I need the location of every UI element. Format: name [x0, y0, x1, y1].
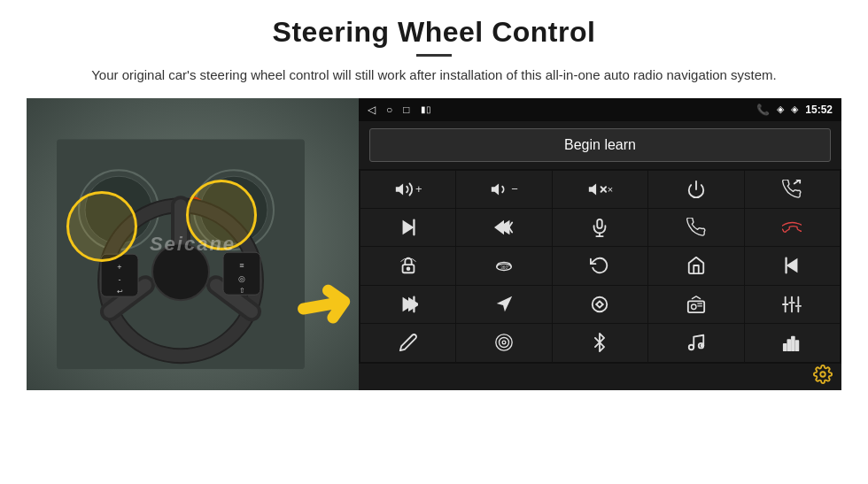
360-view-button[interactable]: 360° [456, 247, 551, 284]
spectrum-icon [782, 333, 802, 352]
svg-point-64 [500, 338, 509, 348]
vol-up-button[interactable]: + [360, 171, 455, 208]
settings-button[interactable] [813, 365, 833, 388]
target-icon [494, 333, 514, 352]
prev-track-button[interactable] [745, 247, 840, 284]
vol-down-icon [490, 180, 509, 199]
wifi-status-icon: ◈ [791, 104, 798, 115]
equalizer-icon [782, 295, 802, 314]
back-nav-icon[interactable]: ◁ [368, 104, 376, 116]
car-lock-button[interactable] [360, 247, 455, 284]
home-button[interactable] [648, 247, 743, 284]
navigate-icon [494, 295, 514, 314]
mic-button[interactable] [553, 209, 647, 246]
svg-text:-: - [118, 275, 120, 284]
begin-learn-row: Begin learn [359, 121, 841, 169]
svg-point-73 [820, 372, 825, 377]
android-ui: ◁ ○ □ ▮▯ 📞 ◈ ◈ 15:52 Begin learn [359, 98, 841, 390]
phone-status-icon: 📞 [756, 104, 770, 116]
music-icon [686, 333, 706, 352]
svg-marker-25 [589, 183, 596, 195]
swap-icon [590, 295, 609, 314]
svg-marker-24 [492, 183, 499, 195]
target-button[interactable] [456, 324, 551, 361]
svg-marker-33 [494, 220, 504, 235]
phone-call-icon [686, 218, 706, 237]
phone-answer-button[interactable] [745, 171, 840, 208]
car-background: + - ↩ ≡ ◎ ⇧ ➜ Seicane [27, 98, 359, 390]
phone-answer-icon [782, 180, 802, 199]
svg-point-51 [691, 304, 696, 310]
svg-point-40 [407, 268, 409, 271]
svg-rect-36 [598, 219, 603, 228]
signal-bars-icon: ▮▯ [421, 104, 431, 114]
phone-end-button[interactable] [745, 209, 840, 246]
svg-text:+: + [117, 263, 121, 272]
phone-call-button[interactable] [648, 209, 743, 246]
vol-up-icon [394, 180, 414, 199]
spectrum-button[interactable] [745, 324, 840, 361]
phone-end-icon [782, 218, 802, 237]
skip-prev-fast-icon [494, 218, 514, 237]
svg-text:◎: ◎ [238, 274, 245, 283]
vol-down-button[interactable]: − [456, 171, 551, 208]
home-nav-icon[interactable]: ○ [386, 104, 392, 116]
skip-prev-fast-button[interactable] [456, 209, 551, 246]
home-icon [686, 256, 706, 275]
undo-button[interactable] [553, 247, 647, 284]
svg-point-66 [689, 345, 694, 350]
settings-gear-icon [813, 365, 833, 384]
page-title: Steering Wheel Control [27, 16, 841, 49]
pen-button[interactable] [360, 324, 455, 361]
svg-point-68 [701, 345, 702, 347]
svg-text:360°: 360° [500, 265, 509, 270]
pen-icon [399, 333, 418, 352]
content-area: + - ↩ ≡ ◎ ⇧ ➜ Seicane [27, 98, 841, 390]
vol-down-minus: − [511, 182, 518, 196]
power-icon [686, 180, 706, 199]
radio-icon [686, 295, 706, 314]
bluetooth-button[interactable] [553, 324, 647, 361]
car-lock-icon [399, 256, 418, 275]
highlight-circle-left [66, 191, 137, 262]
svg-point-49 [593, 297, 608, 312]
page-wrapper: Steering Wheel Control Your original car… [0, 0, 868, 399]
svg-rect-70 [788, 341, 791, 351]
vol-up-plus: + [415, 182, 422, 196]
prev-track-icon [782, 256, 802, 275]
next-track-icon [399, 295, 418, 314]
equalizer-button[interactable] [745, 286, 840, 323]
svg-marker-30 [402, 220, 414, 235]
status-right-icons: 📞 ◈ ◈ 15:52 [756, 104, 833, 116]
svg-point-63 [496, 334, 512, 350]
swap-button[interactable] [553, 286, 647, 323]
svg-marker-48 [497, 296, 512, 311]
navigate-button[interactable] [456, 286, 551, 323]
next-track-button[interactable] [360, 286, 455, 323]
status-bar: ◁ ○ □ ▮▯ 📞 ◈ ◈ 15:52 [359, 98, 841, 121]
title-divider [416, 54, 452, 57]
vol-mute-x: × [608, 184, 613, 195]
svg-marker-43 [787, 258, 798, 273]
car-image-side: + - ↩ ≡ ◎ ⇧ ➜ Seicane [27, 98, 359, 390]
svg-rect-72 [796, 341, 799, 350]
begin-learn-button[interactable]: Begin learn [369, 128, 831, 162]
recents-nav-icon[interactable]: □ [403, 104, 409, 116]
power-button[interactable] [648, 171, 743, 208]
radio-button[interactable] [648, 286, 743, 323]
control-button-grid: + − × [359, 169, 841, 364]
settings-row [359, 364, 841, 390]
mic-icon [590, 218, 609, 237]
page-subtitle: Your original car's steering wheel contr… [89, 65, 779, 86]
watermark: Seicane [150, 233, 236, 256]
location-status-icon: ◈ [777, 104, 784, 115]
skip-next-button[interactable] [360, 209, 455, 246]
status-time: 15:52 [805, 104, 833, 116]
bluetooth-icon [590, 333, 609, 352]
svg-text:⇧: ⇧ [238, 287, 244, 295]
title-section: Steering Wheel Control Your original car… [27, 16, 841, 86]
music-button[interactable] [648, 324, 743, 361]
svg-rect-71 [792, 337, 794, 351]
svg-rect-69 [784, 344, 787, 350]
vol-mute-button[interactable]: × [553, 171, 647, 208]
